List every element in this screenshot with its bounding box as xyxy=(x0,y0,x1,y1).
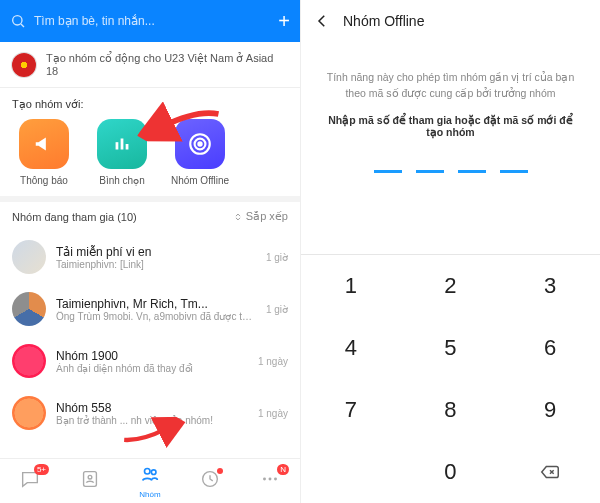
backspace-icon xyxy=(539,461,561,483)
search-icon xyxy=(10,13,26,29)
badge: N xyxy=(277,464,289,475)
group-subtitle: Bạn trở thành ... nh viên của nhóm! xyxy=(56,415,248,426)
group-row[interactable]: Tải miễn phí vi en Taimienphivn: [Link] … xyxy=(0,231,300,283)
key-blank xyxy=(301,441,401,503)
group-subtitle: Taimienphivn: [Link] xyxy=(56,259,256,270)
tile-label: Nhóm Offline xyxy=(171,175,229,186)
svg-point-7 xyxy=(198,142,201,145)
group-list: Tải miễn phí vi en Taimienphivn: [Link] … xyxy=(0,231,300,439)
nav-groups[interactable]: Nhóm xyxy=(139,463,161,499)
pin-slot xyxy=(500,170,528,173)
avatar xyxy=(12,344,46,378)
banner-text: Tạo nhóm cổ động cho U23 Việt Nam ở Asia… xyxy=(46,52,288,77)
group-title: Taimienphivn, Mr Rich, Tm... xyxy=(56,297,256,311)
svg-rect-4 xyxy=(126,144,129,150)
group-row[interactable]: Taimienphivn, Mr Rich, Tm... Ông Trùm 9m… xyxy=(0,283,300,335)
bottom-nav: 5+ Nhóm N xyxy=(0,458,300,503)
pin-slot xyxy=(458,170,486,173)
nav-timeline[interactable] xyxy=(199,468,221,494)
page-title: Nhóm Offline xyxy=(343,13,424,29)
offline-body: Tính năng này cho phép tìm nhóm gần vị t… xyxy=(301,42,600,254)
pin-slot xyxy=(416,170,444,173)
tile-label: Thông báo xyxy=(20,175,68,186)
svg-point-10 xyxy=(145,469,151,475)
sort-button[interactable]: Sắp xếp xyxy=(233,210,288,223)
key-4[interactable]: 4 xyxy=(301,317,401,379)
svg-point-11 xyxy=(151,470,156,475)
compose-icon[interactable]: + xyxy=(278,10,290,33)
group-title: Tải miễn phí vi en xyxy=(56,245,256,259)
key-6[interactable]: 6 xyxy=(500,317,600,379)
key-8[interactable]: 8 xyxy=(401,379,501,441)
avatar xyxy=(12,292,46,326)
time-label: 1 ngày xyxy=(258,356,288,367)
group-row[interactable]: Nhóm 558 Bạn trở thành ... nh viên của n… xyxy=(0,387,300,439)
avatar xyxy=(12,240,46,274)
key-9[interactable]: 9 xyxy=(500,379,600,441)
back-icon[interactable] xyxy=(313,12,331,30)
group-title: Nhóm 558 xyxy=(56,401,248,415)
nav-label: Nhóm xyxy=(139,490,161,499)
time-label: 1 giờ xyxy=(266,304,288,315)
create-section-title: Tạo nhóm với: xyxy=(0,88,300,117)
time-label: 1 giờ xyxy=(266,252,288,263)
groups-count: Nhóm đang tham gia (10) xyxy=(12,211,137,223)
create-tiles: Thông báo Bình chọn Nhóm Offline xyxy=(0,117,300,196)
megaphone-icon xyxy=(33,133,55,155)
instruction-text: Nhập mã số để tham gia hoặc đặt mã số mớ… xyxy=(323,114,578,138)
search-input[interactable] xyxy=(32,13,272,29)
pin-slot xyxy=(374,170,402,173)
pin-slots xyxy=(374,170,528,173)
tile-poll[interactable]: Bình chọn xyxy=(92,119,152,186)
groups-header: Nhóm đang tham gia (10) Sắp xếp xyxy=(0,202,300,231)
key-7[interactable]: 7 xyxy=(301,379,401,441)
svg-point-13 xyxy=(263,478,266,481)
svg-rect-2 xyxy=(116,142,119,149)
keypad: 1234567890 xyxy=(301,254,600,503)
key-2[interactable]: 2 xyxy=(401,255,501,317)
nav-chat[interactable]: 5+ xyxy=(19,468,41,494)
nav-more[interactable]: N xyxy=(259,468,281,494)
flag-icon xyxy=(12,53,36,77)
group-icon xyxy=(139,463,161,485)
group-row[interactable]: Nhóm 1900 Ảnh đại diện nhóm đã thay đổi … xyxy=(0,335,300,387)
radar-icon xyxy=(187,131,213,157)
description-text: Tính năng này cho phép tìm nhóm gần vị t… xyxy=(323,70,578,102)
key-3[interactable]: 3 xyxy=(500,255,600,317)
offline-header: Nhóm Offline xyxy=(301,0,600,42)
avatar xyxy=(12,396,46,430)
badge: 5+ xyxy=(34,464,49,475)
key-0[interactable]: 0 xyxy=(401,441,501,503)
tile-offline[interactable]: Nhóm Offline xyxy=(170,119,230,186)
svg-rect-3 xyxy=(121,139,124,150)
search-bar: + xyxy=(0,0,300,42)
nav-contacts[interactable] xyxy=(79,468,101,494)
svg-point-0 xyxy=(13,16,22,25)
sort-icon xyxy=(233,212,243,222)
group-subtitle: Ảnh đại diện nhóm đã thay đổi xyxy=(56,363,248,374)
key-1[interactable]: 1 xyxy=(301,255,401,317)
svg-line-1 xyxy=(21,24,24,27)
promo-banner[interactable]: Tạo nhóm cổ động cho U23 Việt Nam ở Asia… xyxy=(0,42,300,88)
svg-point-9 xyxy=(88,475,92,479)
tile-label: Bình chọn xyxy=(99,175,144,186)
svg-point-15 xyxy=(274,478,277,481)
contact-icon xyxy=(79,468,101,490)
group-subtitle: Ông Trùm 9mobi. Vn, a9mobivn đã được thê… xyxy=(56,311,256,322)
poll-icon xyxy=(111,133,133,155)
svg-point-14 xyxy=(269,478,272,481)
group-title: Nhóm 1900 xyxy=(56,349,248,363)
key-5[interactable]: 5 xyxy=(401,317,501,379)
sort-label: Sắp xếp xyxy=(246,210,288,223)
notification-dot xyxy=(217,468,223,474)
tile-announce[interactable]: Thông báo xyxy=(14,119,74,186)
time-label: 1 ngày xyxy=(258,408,288,419)
key-backspace[interactable] xyxy=(500,441,600,503)
